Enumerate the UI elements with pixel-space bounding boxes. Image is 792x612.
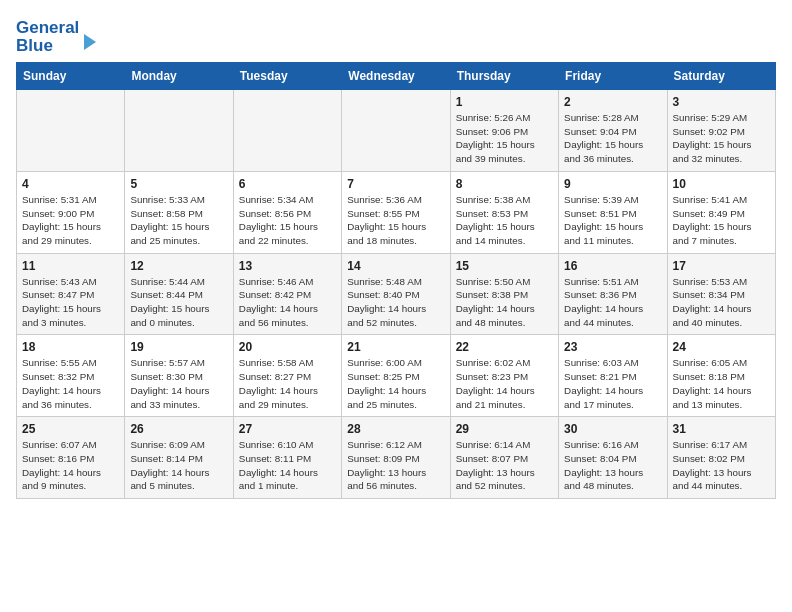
calendar-cell: [17, 90, 125, 172]
calendar-cell: 10Sunrise: 5:41 AMSunset: 8:49 PMDayligh…: [667, 171, 775, 253]
day-header-monday: Monday: [125, 63, 233, 90]
day-info: Sunrise: 5:28 AMSunset: 9:04 PMDaylight:…: [564, 111, 661, 166]
calendar-header-row: SundayMondayTuesdayWednesdayThursdayFrid…: [17, 63, 776, 90]
day-number: 23: [564, 340, 661, 354]
day-info: Sunrise: 5:41 AMSunset: 8:49 PMDaylight:…: [673, 193, 770, 248]
day-number: 9: [564, 177, 661, 191]
day-number: 16: [564, 259, 661, 273]
calendar-week-row: 25Sunrise: 6:07 AMSunset: 8:16 PMDayligh…: [17, 417, 776, 499]
day-number: 10: [673, 177, 770, 191]
calendar-cell: 22Sunrise: 6:02 AMSunset: 8:23 PMDayligh…: [450, 335, 558, 417]
calendar-cell: 30Sunrise: 6:16 AMSunset: 8:04 PMDayligh…: [559, 417, 667, 499]
day-number: 8: [456, 177, 553, 191]
logo-icon: GeneralBlue: [16, 16, 106, 54]
calendar-cell: 11Sunrise: 5:43 AMSunset: 8:47 PMDayligh…: [17, 253, 125, 335]
day-info: Sunrise: 5:51 AMSunset: 8:36 PMDaylight:…: [564, 275, 661, 330]
calendar-cell: 9Sunrise: 5:39 AMSunset: 8:51 PMDaylight…: [559, 171, 667, 253]
day-info: Sunrise: 6:07 AMSunset: 8:16 PMDaylight:…: [22, 438, 119, 493]
day-info: Sunrise: 5:26 AMSunset: 9:06 PMDaylight:…: [456, 111, 553, 166]
day-info: Sunrise: 5:36 AMSunset: 8:55 PMDaylight:…: [347, 193, 444, 248]
day-number: 30: [564, 422, 661, 436]
calendar-cell: 31Sunrise: 6:17 AMSunset: 8:02 PMDayligh…: [667, 417, 775, 499]
calendar-cell: 13Sunrise: 5:46 AMSunset: 8:42 PMDayligh…: [233, 253, 341, 335]
day-header-sunday: Sunday: [17, 63, 125, 90]
calendar-cell: 19Sunrise: 5:57 AMSunset: 8:30 PMDayligh…: [125, 335, 233, 417]
calendar-cell: [125, 90, 233, 172]
calendar-cell: 1Sunrise: 5:26 AMSunset: 9:06 PMDaylight…: [450, 90, 558, 172]
day-number: 1: [456, 95, 553, 109]
day-info: Sunrise: 5:55 AMSunset: 8:32 PMDaylight:…: [22, 356, 119, 411]
calendar-table: SundayMondayTuesdayWednesdayThursdayFrid…: [16, 62, 776, 499]
day-info: Sunrise: 5:33 AMSunset: 8:58 PMDaylight:…: [130, 193, 227, 248]
day-number: 17: [673, 259, 770, 273]
day-info: Sunrise: 6:16 AMSunset: 8:04 PMDaylight:…: [564, 438, 661, 493]
day-number: 24: [673, 340, 770, 354]
calendar-week-row: 1Sunrise: 5:26 AMSunset: 9:06 PMDaylight…: [17, 90, 776, 172]
day-number: 11: [22, 259, 119, 273]
day-info: Sunrise: 6:09 AMSunset: 8:14 PMDaylight:…: [130, 438, 227, 493]
calendar-cell: 4Sunrise: 5:31 AMSunset: 9:00 PMDaylight…: [17, 171, 125, 253]
day-info: Sunrise: 5:43 AMSunset: 8:47 PMDaylight:…: [22, 275, 119, 330]
day-number: 21: [347, 340, 444, 354]
day-info: Sunrise: 5:31 AMSunset: 9:00 PMDaylight:…: [22, 193, 119, 248]
logo: GeneralBlue: [16, 16, 106, 54]
calendar-cell: 14Sunrise: 5:48 AMSunset: 8:40 PMDayligh…: [342, 253, 450, 335]
svg-text:General: General: [16, 18, 79, 37]
day-number: 12: [130, 259, 227, 273]
calendar-cell: 12Sunrise: 5:44 AMSunset: 8:44 PMDayligh…: [125, 253, 233, 335]
calendar-cell: 6Sunrise: 5:34 AMSunset: 8:56 PMDaylight…: [233, 171, 341, 253]
page-header: GeneralBlue: [16, 16, 776, 54]
svg-marker-2: [84, 34, 96, 50]
calendar-cell: 25Sunrise: 6:07 AMSunset: 8:16 PMDayligh…: [17, 417, 125, 499]
calendar-cell: 18Sunrise: 5:55 AMSunset: 8:32 PMDayligh…: [17, 335, 125, 417]
day-info: Sunrise: 5:50 AMSunset: 8:38 PMDaylight:…: [456, 275, 553, 330]
day-number: 13: [239, 259, 336, 273]
calendar-cell: 7Sunrise: 5:36 AMSunset: 8:55 PMDaylight…: [342, 171, 450, 253]
day-number: 15: [456, 259, 553, 273]
day-info: Sunrise: 5:48 AMSunset: 8:40 PMDaylight:…: [347, 275, 444, 330]
day-header-saturday: Saturday: [667, 63, 775, 90]
calendar-week-row: 11Sunrise: 5:43 AMSunset: 8:47 PMDayligh…: [17, 253, 776, 335]
day-info: Sunrise: 5:58 AMSunset: 8:27 PMDaylight:…: [239, 356, 336, 411]
day-header-thursday: Thursday: [450, 63, 558, 90]
day-number: 22: [456, 340, 553, 354]
calendar-cell: 8Sunrise: 5:38 AMSunset: 8:53 PMDaylight…: [450, 171, 558, 253]
day-info: Sunrise: 5:38 AMSunset: 8:53 PMDaylight:…: [456, 193, 553, 248]
calendar-cell: [342, 90, 450, 172]
day-number: 27: [239, 422, 336, 436]
day-number: 2: [564, 95, 661, 109]
svg-text:Blue: Blue: [16, 36, 53, 54]
calendar-cell: 17Sunrise: 5:53 AMSunset: 8:34 PMDayligh…: [667, 253, 775, 335]
day-info: Sunrise: 6:05 AMSunset: 8:18 PMDaylight:…: [673, 356, 770, 411]
calendar-cell: 29Sunrise: 6:14 AMSunset: 8:07 PMDayligh…: [450, 417, 558, 499]
day-number: 28: [347, 422, 444, 436]
day-info: Sunrise: 6:00 AMSunset: 8:25 PMDaylight:…: [347, 356, 444, 411]
day-number: 3: [673, 95, 770, 109]
day-number: 29: [456, 422, 553, 436]
day-info: Sunrise: 6:17 AMSunset: 8:02 PMDaylight:…: [673, 438, 770, 493]
calendar-cell: 20Sunrise: 5:58 AMSunset: 8:27 PMDayligh…: [233, 335, 341, 417]
calendar-cell: 26Sunrise: 6:09 AMSunset: 8:14 PMDayligh…: [125, 417, 233, 499]
day-number: 14: [347, 259, 444, 273]
day-info: Sunrise: 6:14 AMSunset: 8:07 PMDaylight:…: [456, 438, 553, 493]
day-info: Sunrise: 5:57 AMSunset: 8:30 PMDaylight:…: [130, 356, 227, 411]
calendar-week-row: 4Sunrise: 5:31 AMSunset: 9:00 PMDaylight…: [17, 171, 776, 253]
calendar-cell: 3Sunrise: 5:29 AMSunset: 9:02 PMDaylight…: [667, 90, 775, 172]
calendar-cell: 5Sunrise: 5:33 AMSunset: 8:58 PMDaylight…: [125, 171, 233, 253]
day-info: Sunrise: 6:12 AMSunset: 8:09 PMDaylight:…: [347, 438, 444, 493]
day-number: 25: [22, 422, 119, 436]
day-number: 5: [130, 177, 227, 191]
calendar-cell: 28Sunrise: 6:12 AMSunset: 8:09 PMDayligh…: [342, 417, 450, 499]
day-number: 18: [22, 340, 119, 354]
day-info: Sunrise: 5:53 AMSunset: 8:34 PMDaylight:…: [673, 275, 770, 330]
day-number: 20: [239, 340, 336, 354]
calendar-cell: 2Sunrise: 5:28 AMSunset: 9:04 PMDaylight…: [559, 90, 667, 172]
day-info: Sunrise: 5:39 AMSunset: 8:51 PMDaylight:…: [564, 193, 661, 248]
day-number: 6: [239, 177, 336, 191]
calendar-cell: 15Sunrise: 5:50 AMSunset: 8:38 PMDayligh…: [450, 253, 558, 335]
day-number: 19: [130, 340, 227, 354]
day-number: 31: [673, 422, 770, 436]
calendar-week-row: 18Sunrise: 5:55 AMSunset: 8:32 PMDayligh…: [17, 335, 776, 417]
day-info: Sunrise: 5:44 AMSunset: 8:44 PMDaylight:…: [130, 275, 227, 330]
day-info: Sunrise: 5:29 AMSunset: 9:02 PMDaylight:…: [673, 111, 770, 166]
